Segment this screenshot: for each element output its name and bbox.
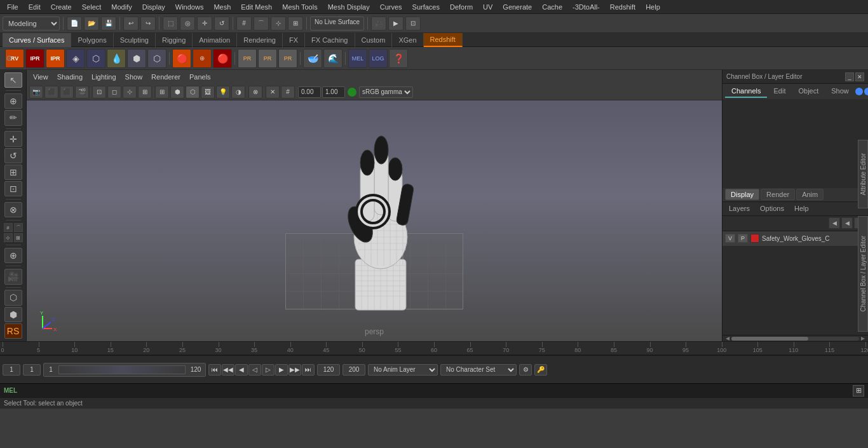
shelf-icon-ipr[interactable]: IPR (25, 49, 44, 68)
paint-tool-btn[interactable]: ✏ (4, 110, 22, 125)
attribute-editor-vtab[interactable]: Attribute Editor (858, 140, 868, 208)
shelf-tab-sculpting[interactable]: Sculpting (114, 33, 156, 47)
shelf-icon-ipr2[interactable]: IPR (46, 49, 65, 68)
vp-grid-btn[interactable]: # (281, 86, 295, 98)
vp-isolate-btn[interactable]: ⊗ (248, 86, 262, 98)
geo-btn1[interactable]: ⬡ (4, 290, 22, 305)
vp-menu-lighting[interactable]: Lighting (88, 72, 120, 82)
render-btn[interactable]: ▶ (388, 17, 403, 31)
shelf-icon-pr1[interactable]: PR (238, 49, 257, 68)
shelf-icon-pr3[interactable]: PR (278, 49, 297, 68)
menu-mesh-tools[interactable]: Mesh Tools (278, 2, 322, 12)
range-start-input[interactable] (44, 364, 57, 376)
shelf-icon-rs2[interactable]: ⬡ (86, 49, 105, 68)
snap-btn1[interactable]: # (4, 223, 13, 232)
shelf-tab-fx-caching[interactable]: FX Caching (305, 33, 355, 47)
geo-btn2[interactable]: ⬢ (4, 307, 22, 322)
frame-max-input[interactable] (317, 364, 340, 376)
menu-modify[interactable]: Modify (107, 2, 136, 12)
shelf-icon-log[interactable]: LOG (369, 49, 388, 68)
cmd-input-field[interactable] (21, 387, 849, 394)
layers-sub-help[interactable]: Help (790, 203, 813, 214)
rp-minimize-btn[interactable]: _ (845, 72, 854, 81)
snap-point-btn[interactable]: ⊹ (271, 17, 286, 31)
layers-sub-layers[interactable]: Layers (725, 203, 754, 214)
vp-select-pts-btn[interactable]: ⊹ (123, 86, 137, 98)
universal-manip-btn[interactable]: ⊡ (4, 181, 22, 196)
select-btn[interactable]: ⬚ (163, 17, 178, 31)
rp-color-btn2[interactable] (864, 88, 868, 95)
undo-btn[interactable]: ↩ (123, 17, 139, 31)
shelf-tab-fx[interactable]: FX (283, 33, 305, 47)
shelf-icon-pr2[interactable]: PR (258, 49, 277, 68)
menu-curves[interactable]: Curves (376, 2, 407, 12)
layer-v-btn[interactable]: V (725, 234, 735, 243)
menu-cache[interactable]: Cache (538, 2, 567, 12)
shelf-icon-rs5[interactable]: ⬡ (147, 49, 166, 68)
menu-redshift[interactable]: Redshift (606, 2, 640, 12)
scrollbar-track[interactable] (731, 337, 859, 341)
range-end-input[interactable] (187, 364, 205, 376)
camera-btn[interactable]: 🎥 (371, 17, 386, 31)
vp-smooth-btn[interactable]: ⬢ (170, 86, 184, 98)
display-quality-btn[interactable]: ⊡ (405, 17, 421, 31)
vp-film-btn[interactable]: 🎬 (75, 86, 89, 98)
shelf-icon-bowl1[interactable]: 🥣 (303, 49, 322, 68)
rotate-tool-btn[interactable]: ↺ (4, 148, 22, 163)
vp-texture-btn[interactable]: 🖼 (201, 86, 215, 98)
select-tool-btn[interactable]: ↖ (4, 72, 22, 88)
menu-windows[interactable]: Windows (171, 2, 208, 12)
vp-color-space-select[interactable]: sRGB gamma Linear (359, 86, 413, 98)
vp-menu-show[interactable]: Show (121, 72, 147, 82)
open-file-btn[interactable]: 📂 (84, 17, 99, 31)
char-set-dropdown[interactable]: No Character Set (440, 364, 517, 376)
rs-btn[interactable]: RS (4, 323, 22, 339)
shelf-tab-custom[interactable]: Custom (355, 33, 393, 47)
tab-edit[interactable]: Edit (767, 85, 792, 98)
menu-3dtoall[interactable]: -3DtoAll- (568, 2, 604, 12)
mode-dropdown[interactable]: Modeling Rigging Animation (3, 17, 60, 31)
vp-scale-field[interactable] (322, 86, 345, 98)
snap-grid-btn[interactable]: # (236, 17, 252, 31)
anim-settings-btn[interactable]: ⚙ (519, 364, 532, 376)
anim-layer-dropdown[interactable]: No Anim Layer (368, 364, 438, 376)
play-fwd-btn[interactable]: ▷ (262, 364, 275, 376)
menu-deform[interactable]: Deform (445, 2, 477, 12)
cmd-expand-btn[interactable]: ⊞ (853, 385, 864, 397)
lasso-tool-btn[interactable]: ⊕ (4, 93, 22, 109)
go-to-start-btn[interactable]: ⏮ (208, 364, 221, 376)
menu-help[interactable]: Help (641, 2, 665, 12)
shelf-icon-rs3[interactable]: 💧 (107, 49, 126, 68)
shelf-tab-rigging[interactable]: Rigging (156, 33, 193, 47)
show-manip-btn[interactable]: ⊕ (4, 248, 22, 263)
vp-select-mask-btn[interactable]: ⊡ (92, 86, 106, 98)
vp-select-poly-btn[interactable]: ◻ (107, 86, 121, 98)
snap-btn2[interactable]: ⌒ (14, 223, 23, 232)
layer-p-btn[interactable]: P (738, 234, 748, 243)
move-btn[interactable]: ✛ (197, 17, 212, 31)
shelf-icon-orange2[interactable]: ⊕ (193, 49, 212, 68)
shelf-tab-redshift[interactable]: Redshift (424, 33, 463, 47)
next-frame-btn[interactable]: ▶ (275, 364, 288, 376)
rotate-btn[interactable]: ↺ (214, 17, 229, 31)
tab-channels[interactable]: Channels (725, 85, 767, 98)
shelf-icon-mel[interactable]: MEL (348, 49, 367, 68)
snap-btn3[interactable]: ⊹ (4, 233, 13, 242)
redo-btn[interactable]: ↪ (140, 17, 156, 31)
shelf-icon-help[interactable]: ❓ (389, 49, 408, 68)
play-back-btn[interactable]: ◁ (248, 364, 261, 376)
menu-create[interactable]: Create (46, 2, 76, 12)
menu-generate[interactable]: Generate (498, 2, 536, 12)
frame-total-input[interactable] (342, 364, 365, 376)
timeline-range-bar[interactable] (58, 365, 186, 374)
camera-view-btn[interactable]: 🎥 (4, 269, 22, 284)
rp-close-btn[interactable]: ✕ (855, 72, 864, 81)
frame-indicator2[interactable] (23, 364, 41, 376)
vp-select-edge-btn[interactable]: ⊞ (138, 86, 152, 98)
tab-show[interactable]: Show (825, 85, 855, 98)
save-file-btn[interactable]: 💾 (101, 17, 116, 31)
vp-menu-panels[interactable]: Panels (186, 72, 215, 82)
go-to-end-btn[interactable]: ⏭ (302, 364, 315, 376)
tab-object[interactable]: Object (792, 85, 825, 98)
rp-color-btn1[interactable] (855, 88, 863, 95)
